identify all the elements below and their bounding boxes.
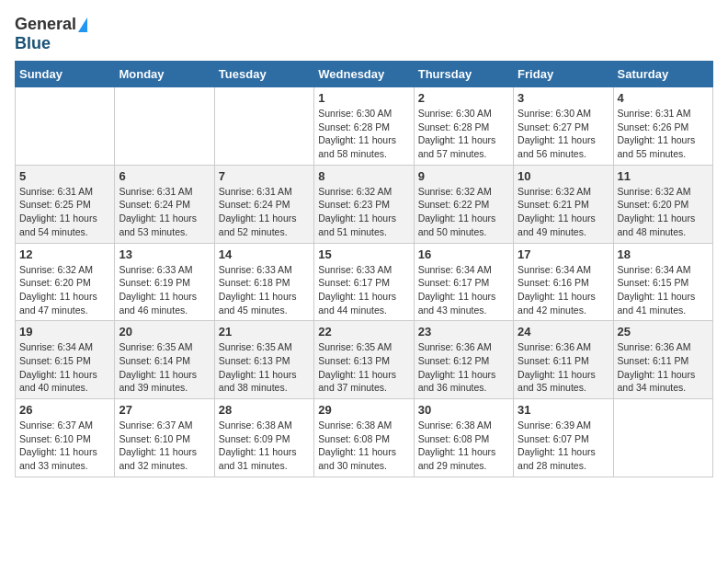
day-cell bbox=[115, 87, 214, 166]
day-cell: 11Sunrise: 6:32 AM Sunset: 6:20 PM Dayli… bbox=[613, 165, 712, 243]
dow-monday: Monday bbox=[115, 62, 214, 87]
day-number: 11 bbox=[618, 169, 709, 183]
day-info: Sunrise: 6:30 AM Sunset: 6:27 PM Dayligh… bbox=[518, 107, 609, 161]
day-info: Sunrise: 6:37 AM Sunset: 6:10 PM Dayligh… bbox=[119, 419, 210, 473]
dow-thursday: Thursday bbox=[414, 62, 513, 87]
day-cell: 25Sunrise: 6:36 AM Sunset: 6:11 PM Dayli… bbox=[613, 321, 712, 399]
day-number: 29 bbox=[318, 403, 409, 417]
day-number: 21 bbox=[219, 325, 310, 339]
day-number: 10 bbox=[518, 169, 609, 183]
day-number: 4 bbox=[618, 91, 709, 105]
day-cell: 10Sunrise: 6:32 AM Sunset: 6:21 PM Dayli… bbox=[514, 165, 613, 243]
day-number: 2 bbox=[418, 91, 509, 105]
dow-sunday: Sunday bbox=[16, 62, 115, 87]
day-cell: 6Sunrise: 6:31 AM Sunset: 6:24 PM Daylig… bbox=[115, 165, 214, 243]
day-cell: 9Sunrise: 6:32 AM Sunset: 6:22 PM Daylig… bbox=[414, 165, 513, 243]
dow-tuesday: Tuesday bbox=[214, 62, 313, 87]
day-info: Sunrise: 6:36 AM Sunset: 6:11 PM Dayligh… bbox=[518, 340, 609, 395]
day-info: Sunrise: 6:32 AM Sunset: 6:23 PM Dayligh… bbox=[318, 185, 409, 239]
logo-general-text: General bbox=[15, 15, 76, 34]
day-cell: 1Sunrise: 6:30 AM Sunset: 6:28 PM Daylig… bbox=[314, 87, 414, 166]
day-number: 19 bbox=[19, 325, 110, 339]
day-info: Sunrise: 6:32 AM Sunset: 6:22 PM Dayligh… bbox=[418, 185, 509, 239]
week-row-1: 1Sunrise: 6:30 AM Sunset: 6:28 PM Daylig… bbox=[16, 87, 713, 166]
day-number: 9 bbox=[418, 169, 509, 183]
day-number: 25 bbox=[618, 325, 709, 339]
day-info: Sunrise: 6:31 AM Sunset: 6:24 PM Dayligh… bbox=[219, 185, 310, 239]
day-number: 12 bbox=[19, 247, 110, 261]
day-info: Sunrise: 6:36 AM Sunset: 6:12 PM Dayligh… bbox=[418, 340, 509, 395]
day-number: 22 bbox=[318, 325, 409, 339]
page-header: General Blue bbox=[15, 15, 713, 53]
day-info: Sunrise: 6:38 AM Sunset: 6:09 PM Dayligh… bbox=[219, 419, 310, 473]
day-number: 6 bbox=[119, 169, 210, 183]
day-info: Sunrise: 6:35 AM Sunset: 6:14 PM Dayligh… bbox=[119, 340, 210, 395]
day-cell: 21Sunrise: 6:35 AM Sunset: 6:13 PM Dayli… bbox=[214, 321, 313, 399]
day-cell: 14Sunrise: 6:33 AM Sunset: 6:18 PM Dayli… bbox=[214, 243, 313, 321]
day-cell: 15Sunrise: 6:33 AM Sunset: 6:17 PM Dayli… bbox=[314, 243, 414, 321]
day-number: 15 bbox=[318, 247, 409, 261]
day-info: Sunrise: 6:33 AM Sunset: 6:18 PM Dayligh… bbox=[219, 263, 310, 317]
day-number: 1 bbox=[318, 91, 409, 105]
day-number: 28 bbox=[219, 403, 310, 417]
day-number: 7 bbox=[219, 169, 310, 183]
day-info: Sunrise: 6:30 AM Sunset: 6:28 PM Dayligh… bbox=[418, 107, 509, 161]
day-cell: 19Sunrise: 6:34 AM Sunset: 6:15 PM Dayli… bbox=[16, 321, 115, 399]
week-row-2: 5Sunrise: 6:31 AM Sunset: 6:25 PM Daylig… bbox=[16, 165, 713, 243]
day-cell: 17Sunrise: 6:34 AM Sunset: 6:16 PM Dayli… bbox=[514, 243, 613, 321]
day-info: Sunrise: 6:35 AM Sunset: 6:13 PM Dayligh… bbox=[219, 340, 310, 395]
day-cell: 28Sunrise: 6:38 AM Sunset: 6:09 PM Dayli… bbox=[214, 399, 313, 477]
day-cell: 18Sunrise: 6:34 AM Sunset: 6:15 PM Dayli… bbox=[613, 243, 712, 321]
day-cell: 22Sunrise: 6:35 AM Sunset: 6:13 PM Dayli… bbox=[314, 321, 414, 399]
day-of-week-header: SundayMondayTuesdayWednesdayThursdayFrid… bbox=[16, 62, 713, 87]
day-info: Sunrise: 6:32 AM Sunset: 6:21 PM Dayligh… bbox=[518, 185, 609, 239]
day-info: Sunrise: 6:33 AM Sunset: 6:19 PM Dayligh… bbox=[119, 263, 210, 317]
day-cell: 7Sunrise: 6:31 AM Sunset: 6:24 PM Daylig… bbox=[214, 165, 313, 243]
day-info: Sunrise: 6:34 AM Sunset: 6:17 PM Dayligh… bbox=[418, 263, 509, 317]
day-cell: 31Sunrise: 6:39 AM Sunset: 6:07 PM Dayli… bbox=[514, 399, 613, 477]
day-number: 14 bbox=[219, 247, 310, 261]
day-cell: 8Sunrise: 6:32 AM Sunset: 6:23 PM Daylig… bbox=[314, 165, 414, 243]
day-info: Sunrise: 6:34 AM Sunset: 6:15 PM Dayligh… bbox=[618, 263, 709, 317]
logo: General Blue bbox=[15, 15, 87, 53]
day-cell: 13Sunrise: 6:33 AM Sunset: 6:19 PM Dayli… bbox=[115, 243, 214, 321]
day-cell: 24Sunrise: 6:36 AM Sunset: 6:11 PM Dayli… bbox=[514, 321, 613, 399]
day-cell: 5Sunrise: 6:31 AM Sunset: 6:25 PM Daylig… bbox=[16, 165, 115, 243]
day-cell bbox=[214, 87, 313, 166]
day-info: Sunrise: 6:39 AM Sunset: 6:07 PM Dayligh… bbox=[518, 419, 609, 473]
day-number: 17 bbox=[518, 247, 609, 261]
day-number: 20 bbox=[119, 325, 210, 339]
day-cell: 4Sunrise: 6:31 AM Sunset: 6:26 PM Daylig… bbox=[613, 87, 712, 166]
day-cell: 12Sunrise: 6:32 AM Sunset: 6:20 PM Dayli… bbox=[16, 243, 115, 321]
dow-friday: Friday bbox=[514, 62, 613, 87]
day-info: Sunrise: 6:32 AM Sunset: 6:20 PM Dayligh… bbox=[618, 185, 709, 239]
day-cell: 30Sunrise: 6:38 AM Sunset: 6:08 PM Dayli… bbox=[414, 399, 513, 477]
day-number: 27 bbox=[119, 403, 210, 417]
week-row-3: 12Sunrise: 6:32 AM Sunset: 6:20 PM Dayli… bbox=[16, 243, 713, 321]
day-cell: 20Sunrise: 6:35 AM Sunset: 6:14 PM Dayli… bbox=[115, 321, 214, 399]
day-info: Sunrise: 6:38 AM Sunset: 6:08 PM Dayligh… bbox=[418, 419, 509, 473]
day-cell bbox=[613, 399, 712, 477]
day-number: 13 bbox=[119, 247, 210, 261]
day-info: Sunrise: 6:31 AM Sunset: 6:26 PM Dayligh… bbox=[618, 107, 709, 161]
calendar-body: 1Sunrise: 6:30 AM Sunset: 6:28 PM Daylig… bbox=[16, 87, 713, 477]
day-cell: 26Sunrise: 6:37 AM Sunset: 6:10 PM Dayli… bbox=[16, 399, 115, 477]
day-number: 24 bbox=[518, 325, 609, 339]
day-number: 31 bbox=[518, 403, 609, 417]
logo-icon bbox=[78, 17, 87, 32]
day-info: Sunrise: 6:36 AM Sunset: 6:11 PM Dayligh… bbox=[618, 340, 709, 395]
day-cell: 27Sunrise: 6:37 AM Sunset: 6:10 PM Dayli… bbox=[115, 399, 214, 477]
day-info: Sunrise: 6:34 AM Sunset: 6:16 PM Dayligh… bbox=[518, 263, 609, 317]
dow-saturday: Saturday bbox=[613, 62, 712, 87]
day-number: 3 bbox=[518, 91, 609, 105]
day-info: Sunrise: 6:37 AM Sunset: 6:10 PM Dayligh… bbox=[19, 419, 110, 473]
day-info: Sunrise: 6:32 AM Sunset: 6:20 PM Dayligh… bbox=[19, 263, 110, 317]
day-info: Sunrise: 6:35 AM Sunset: 6:13 PM Dayligh… bbox=[318, 340, 409, 395]
day-number: 8 bbox=[318, 169, 409, 183]
day-number: 5 bbox=[19, 169, 110, 183]
logo-blue-text: Blue bbox=[15, 34, 51, 53]
day-cell: 3Sunrise: 6:30 AM Sunset: 6:27 PM Daylig… bbox=[514, 87, 613, 166]
day-number: 23 bbox=[418, 325, 509, 339]
day-info: Sunrise: 6:30 AM Sunset: 6:28 PM Dayligh… bbox=[318, 107, 409, 161]
day-info: Sunrise: 6:33 AM Sunset: 6:17 PM Dayligh… bbox=[318, 263, 409, 317]
